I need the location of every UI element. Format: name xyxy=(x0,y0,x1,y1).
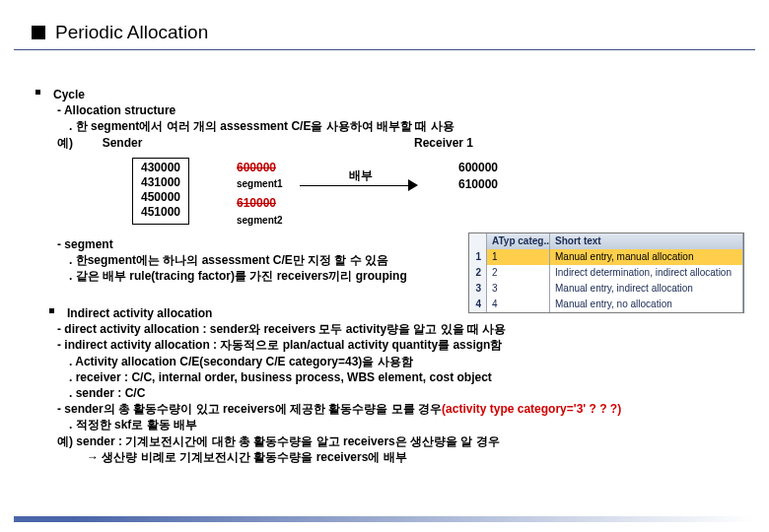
iaa-l2: - indirect activity allocation : 자동적으로 p… xyxy=(57,337,730,353)
cell-short: Manual entry, manual allocation xyxy=(550,249,743,265)
title-bullet-icon xyxy=(32,26,45,39)
iaa-l4: . receiver : C/C, internal order, busine… xyxy=(69,369,730,385)
iaa-l1: - direct activity allocation : sender와 r… xyxy=(57,321,730,337)
receiver-block: 600000 610000 xyxy=(458,160,498,194)
sender-val-1: 430000 xyxy=(141,161,180,175)
example-label: 예) xyxy=(57,135,83,151)
example-row: 예) Sender Receiver 1 xyxy=(57,135,749,151)
table-header: ATyp categ... Short text xyxy=(469,233,743,249)
col-short: Short text xyxy=(550,233,743,249)
cell-idx: 2 xyxy=(469,265,487,281)
title-divider xyxy=(14,49,755,50)
segment-section: - segment . 한segment에는 하나의 assessment C/… xyxy=(39,236,407,285)
atyp-table: ATyp categ... Short text 1 1 Manual entr… xyxy=(468,233,744,313)
cell-short: Indirect determination, indirect allocat… xyxy=(550,265,743,281)
cell-idx: 3 xyxy=(469,281,487,297)
table-row[interactable]: 1 1 Manual entry, manual allocation xyxy=(469,249,743,265)
table-row[interactable]: 3 3 Manual entry, indirect allocation xyxy=(469,281,743,297)
iaa-l9: → 생산량 비례로 기계보전시간 활동수량을 receivers에 배부 xyxy=(87,449,730,465)
receiver-val-1: 600000 xyxy=(458,160,498,176)
title-text: Periodic Allocation xyxy=(55,22,208,42)
slide: Periodic Allocation Cycle - Allocation s… xyxy=(0,0,769,532)
col-idx xyxy=(469,233,487,249)
iaa-l3: . Activity allocation C/E(secondary C/E … xyxy=(69,354,730,369)
line-alloc-detail: . 한 segment에서 여러 개의 assessment C/E을 사용하여… xyxy=(69,118,749,134)
body: Cycle - Allocation structure . 한 segment… xyxy=(39,87,749,151)
page-title: Periodic Allocation xyxy=(32,22,208,43)
sender-block: 430000 431000 450000 451000 xyxy=(132,158,189,225)
sender-val-2: 431000 xyxy=(141,175,180,190)
cell-idx: 1 xyxy=(469,249,487,265)
segment2-value: 610000 xyxy=(237,196,276,210)
bullet-icon xyxy=(35,90,40,95)
receiver-val-2: 610000 xyxy=(458,176,498,193)
sender-val-3: 450000 xyxy=(141,190,180,205)
bullet-icon xyxy=(49,308,54,313)
line-segment-1: . 한segment에는 하나의 assessment C/E만 지정 할 수 … xyxy=(69,252,407,268)
sender-column-label: Sender xyxy=(83,135,162,151)
line-segment-2: . 같은 배부 rule(tracing factor)를 가진 receive… xyxy=(69,268,407,284)
col-atyp: ATyp categ... xyxy=(487,233,550,249)
cell-atyp: 2 xyxy=(487,265,550,281)
segment1-value: 600000 xyxy=(237,161,276,174)
line-segment-head: - segment xyxy=(57,236,407,252)
heading-iaa: Indirect activity allocation xyxy=(67,305,730,321)
cell-short: Manual entry, indirect allocation xyxy=(550,281,743,297)
cell-atyp: 1 xyxy=(487,249,550,265)
arrow-line-icon xyxy=(300,185,410,186)
iaa-l8: 예) sender : 기계보전시간에 대한 총 활동수량을 알고 receiv… xyxy=(57,433,730,449)
receiver-column-label: Receiver 1 xyxy=(414,135,532,151)
table-row[interactable]: 2 2 Indirect determination, indirect all… xyxy=(469,265,743,281)
footer-accent xyxy=(14,516,755,522)
iaa-l6a: - sender의 총 활동수량이 있고 receivers에 제공한 활동수량… xyxy=(57,402,442,416)
segment2-label: segment2 xyxy=(237,215,283,226)
segment1-label: segment1 xyxy=(237,178,283,189)
line-alloc-structure: - Allocation structure xyxy=(57,102,749,118)
sender-box: 430000 431000 450000 451000 xyxy=(132,158,189,225)
iaa-l6b: (activity type category='3' ? ? ?) xyxy=(442,402,621,416)
segments-block: 600000 segment1 610000 segment2 xyxy=(237,160,283,228)
heading-cycle: Cycle xyxy=(53,87,749,102)
cell-atyp: 3 xyxy=(487,281,550,297)
sender-val-4: 451000 xyxy=(141,205,180,220)
iaa-l7: . 적정한 skf로 활동 배부 xyxy=(69,417,730,432)
iaa-l6: - sender의 총 활동수량이 있고 receivers에 제공한 활동수량… xyxy=(57,401,730,417)
arrow-label: 배부 xyxy=(349,167,373,183)
allocation-arrow: 배부 xyxy=(300,166,428,209)
iaa-l5: . sender : C/C xyxy=(69,385,730,401)
arrow-right-icon xyxy=(408,179,418,191)
iaa-section: Indirect activity allocation - direct ac… xyxy=(39,305,730,465)
